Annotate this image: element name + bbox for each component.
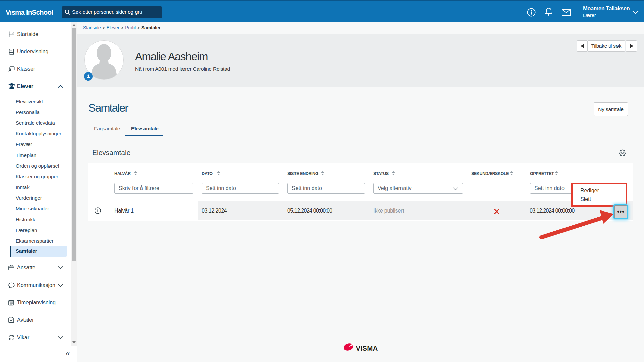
svg-text:VISMA: VISMA xyxy=(356,344,378,352)
